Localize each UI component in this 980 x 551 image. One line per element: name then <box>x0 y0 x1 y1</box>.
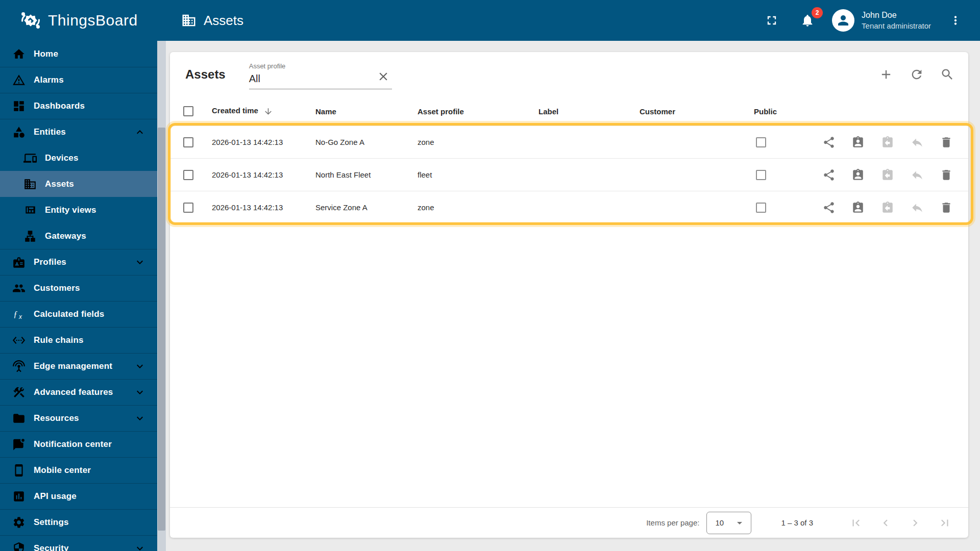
sidebar-item-advanced-features[interactable]: Advanced features <box>0 379 157 405</box>
row-checkbox[interactable] <box>183 137 193 147</box>
row-checkbox[interactable] <box>183 203 193 213</box>
sidebar-item-home[interactable]: Home <box>0 41 157 67</box>
refresh-button[interactable] <box>906 64 927 85</box>
lan-icon <box>23 230 37 243</box>
scrollbar-thumb[interactable] <box>158 128 165 531</box>
sidebar-item-customers[interactable]: Customers <box>0 275 157 301</box>
sidebar-item-resources[interactable]: Resources <box>0 405 157 431</box>
sidebar-item-edge-management[interactable]: Edge management <box>0 353 157 379</box>
user-name: John Doe <box>862 10 931 21</box>
shield-icon <box>12 542 26 551</box>
chart-icon <box>12 490 26 503</box>
sidebar-item-notification-center[interactable]: Notification center <box>0 431 157 457</box>
select-all-checkbox[interactable] <box>183 106 193 116</box>
user-menu[interactable]: John Doe Tenant administrator <box>832 9 931 32</box>
column-header-public[interactable]: Public <box>748 107 809 116</box>
fullscreen-button[interactable] <box>761 9 783 32</box>
app-logo[interactable]: ThingsBoard <box>19 9 138 32</box>
assign-to-customer-button[interactable] <box>848 197 868 218</box>
sidebar-item-calculated-fields[interactable]: Calculated fields <box>0 301 157 327</box>
sidebar-item-entity-views[interactable]: Entity views <box>0 197 157 223</box>
sidebar-item-profiles[interactable]: Profiles <box>0 249 157 275</box>
previous-page-button[interactable] <box>874 512 897 534</box>
card-title: Assets <box>185 67 226 82</box>
assign-to-customer-button[interactable] <box>848 132 868 153</box>
assets-card: Assets Asset profile All Created time <box>170 52 968 538</box>
people-icon <box>12 282 26 295</box>
public-checkbox[interactable] <box>756 203 766 213</box>
share-button[interactable] <box>819 197 839 218</box>
sidebar-item-entities[interactable]: Entities <box>0 119 157 145</box>
delete-button[interactable] <box>936 197 957 218</box>
delete-button[interactable] <box>936 132 957 153</box>
assign-to-customer-button[interactable] <box>848 165 868 185</box>
public-checkbox[interactable] <box>756 170 766 180</box>
column-header-asset-profile[interactable]: Asset profile <box>412 107 533 116</box>
sidebar-item-gateways[interactable]: Gateways <box>0 223 157 249</box>
sidebar-item-dashboards[interactable]: Dashboards <box>0 93 157 119</box>
sidebar-item-api-usage[interactable]: API usage <box>0 483 157 509</box>
asset-profile-filter[interactable]: Asset profile All <box>249 60 392 89</box>
trash-icon <box>940 168 953 182</box>
unassign-button[interactable] <box>907 197 927 218</box>
search-button[interactable] <box>937 64 958 85</box>
column-header-customer[interactable]: Customer <box>634 107 748 116</box>
close-icon <box>377 70 390 83</box>
sidebar-item-settings[interactable]: Settings <box>0 509 157 535</box>
sidebar-item-rule-chains[interactable]: Rule chains <box>0 327 157 353</box>
column-header-name[interactable]: Name <box>310 107 412 116</box>
unassign-button[interactable] <box>907 132 927 153</box>
filter-value[interactable]: All <box>249 72 392 89</box>
person-icon <box>836 13 851 28</box>
table-header-row: Created time Name Asset profile Label Cu… <box>170 97 968 126</box>
column-header-created-time[interactable]: Created time <box>207 106 310 116</box>
breadcrumb: Assets <box>181 13 243 29</box>
page-size-select[interactable]: 10 <box>706 512 751 534</box>
trash-icon <box>940 136 953 149</box>
sidebar-item-assets[interactable]: Assets <box>0 171 157 197</box>
table-row[interactable]: 2026-01-13 14:42:13 No-Go Zone A zone <box>170 126 968 158</box>
chevron-up-icon <box>134 126 146 138</box>
assign-to-edge-button[interactable] <box>877 132 898 153</box>
page-size-value: 10 <box>715 518 724 527</box>
sidebar-scrollbar[interactable] <box>157 41 166 551</box>
sidebar-item-mobile-center[interactable]: Mobile center <box>0 457 157 483</box>
add-asset-button[interactable] <box>875 64 897 85</box>
assign-customer-icon <box>851 168 865 182</box>
first-page-icon <box>849 516 863 530</box>
public-checkbox[interactable] <box>756 137 766 147</box>
unassign-button[interactable] <box>907 165 927 185</box>
assign-to-edge-button[interactable] <box>877 165 898 185</box>
last-page-button[interactable] <box>934 512 956 534</box>
sidebar-item-devices[interactable]: Devices <box>0 145 157 171</box>
more-menu-button[interactable] <box>944 9 967 32</box>
devices-icon <box>23 152 37 165</box>
category-icon <box>12 126 26 139</box>
filter-label: Asset profile <box>249 62 392 70</box>
fullscreen-icon <box>765 13 779 28</box>
cell-asset-profile: fleet <box>412 170 533 179</box>
clear-filter-button[interactable] <box>376 69 391 84</box>
row-checkbox[interactable] <box>183 170 193 180</box>
first-page-button[interactable] <box>845 512 867 534</box>
reply-arrow-icon <box>911 201 924 214</box>
sidebar-item-alarms[interactable]: Alarms <box>0 67 157 93</box>
notifications-button[interactable]: 2 <box>796 9 819 32</box>
column-header-label[interactable]: Label <box>533 107 634 116</box>
table-row[interactable]: 2026-01-13 14:42:13 Service Zone A zone <box>170 191 968 223</box>
share-button[interactable] <box>819 165 839 185</box>
gear-icon <box>12 516 26 529</box>
assign-edge-icon <box>881 168 894 182</box>
delete-button[interactable] <box>936 165 957 185</box>
sidebar-item-security[interactable]: Security <box>0 535 157 551</box>
next-page-button[interactable] <box>904 512 926 534</box>
view-quilt-icon <box>23 204 37 217</box>
chevron-down-icon <box>134 412 146 424</box>
table-row[interactable]: 2026-01-13 14:42:13 North East Fleet fle… <box>170 158 968 191</box>
chevron-right-icon <box>909 516 922 530</box>
share-button[interactable] <box>819 132 839 153</box>
cell-created-time: 2026-01-13 14:42:13 <box>207 170 310 179</box>
more-vert-icon <box>949 14 962 27</box>
assign-edge-icon <box>881 136 894 149</box>
assign-to-edge-button[interactable] <box>877 197 898 218</box>
